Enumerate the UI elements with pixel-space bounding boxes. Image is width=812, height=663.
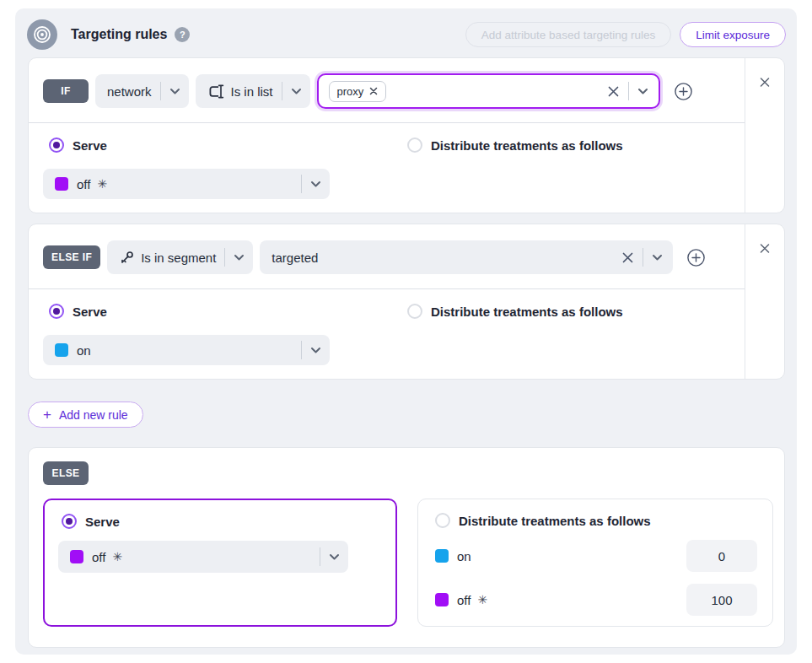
rule-card-elseif: ELSE IF Is in segment (28, 224, 785, 380)
matcher-value: Is in segment (141, 251, 216, 265)
treatment-color-swatch (55, 177, 68, 191)
string-type-icon (207, 84, 225, 99)
chip-label: proxy (337, 85, 364, 98)
treatment-color-swatch (435, 549, 449, 563)
divider (301, 175, 302, 193)
if-badge: IF (43, 79, 89, 103)
segment-value-field[interactable] (272, 251, 621, 265)
page-title: Targeting rules (71, 27, 167, 42)
add-condition-icon[interactable] (674, 82, 693, 101)
delete-rule-icon[interactable] (760, 243, 771, 254)
rule-side-column (745, 224, 784, 379)
divider (282, 82, 282, 100)
divider (320, 547, 320, 566)
chevron-down-icon (291, 88, 302, 95)
treatment-color-swatch (55, 343, 68, 357)
chevron-down-icon[interactable] (652, 254, 663, 261)
distribution-row: on (435, 540, 757, 572)
attribute-select[interactable]: network (95, 74, 189, 108)
default-treatment-icon: ✳ (97, 177, 107, 191)
treatment-color-swatch (70, 550, 83, 563)
else-badge: ELSE (43, 461, 89, 485)
chevron-down-icon (310, 347, 321, 354)
serve-options-row: Serve Distribute treatments as follows (49, 304, 734, 321)
distribution-percent-input[interactable] (686, 584, 757, 616)
matcher-select[interactable]: Is in segment (107, 240, 253, 274)
distribute-radio-option[interactable]: Distribute treatments as follows (407, 137, 623, 153)
divider (29, 288, 745, 289)
distribute-radio-option[interactable]: Distribute treatments as follows (435, 513, 651, 528)
default-distribute-panel[interactable]: Distribute treatments as follows on off … (417, 499, 773, 627)
target-icon (27, 19, 57, 50)
plus-icon: + (43, 407, 51, 422)
divider (301, 341, 302, 359)
chevron-down-icon[interactable] (637, 88, 648, 95)
rule-side-column (745, 58, 784, 213)
distribution-percent-input[interactable] (686, 540, 757, 572)
divider (643, 248, 643, 267)
add-condition-icon[interactable] (686, 248, 706, 267)
attribute-value: network (107, 84, 152, 99)
chevron-down-icon (169, 88, 180, 95)
treatment-select[interactable]: on (43, 335, 330, 365)
chevron-down-icon (329, 553, 340, 561)
default-treatment-icon: ✳ (477, 593, 487, 606)
clear-values-icon[interactable] (607, 85, 620, 98)
condition-row: ELSE IF Is in segment (43, 240, 706, 275)
treatment-select[interactable]: off ✳ (58, 541, 348, 573)
radio-unselected[interactable] (435, 513, 450, 528)
divider (224, 248, 225, 267)
section-header: Targeting rules ? Add attribute based ta… (27, 19, 786, 50)
radio-selected[interactable] (49, 137, 64, 153)
serve-radio-option[interactable]: Serve (49, 137, 107, 153)
distribute-radio-option[interactable]: Distribute treatments as follows (407, 304, 623, 319)
elseif-badge: ELSE IF (43, 245, 100, 269)
rule-card-if: IF network Is in list (28, 57, 785, 213)
radio-unselected[interactable] (407, 304, 422, 319)
serve-options-row: Serve Distribute treatments as follows (49, 137, 734, 154)
divider (160, 82, 161, 100)
matcher-value: Is in list (231, 84, 273, 99)
key-icon (119, 250, 135, 266)
chevron-down-icon (234, 254, 245, 261)
add-new-rule-button[interactable]: + Add new rule (28, 402, 143, 428)
serve-radio-option[interactable]: Serve (49, 304, 107, 319)
value-multiselect-input[interactable]: proxy (317, 73, 660, 109)
default-rule-card: ELSE Serve off ✳ Distribu (28, 447, 785, 648)
default-serve-panel[interactable]: Serve off ✳ (43, 499, 397, 627)
chevron-down-icon (310, 181, 321, 188)
divider (29, 122, 745, 123)
clear-values-icon[interactable] (621, 251, 634, 264)
condition-row: IF network Is in list (43, 73, 693, 109)
value-chip: proxy (329, 81, 387, 102)
chip-remove-icon[interactable] (369, 87, 378, 95)
divider (628, 82, 629, 100)
targeting-rules-section: Targeting rules ? Add attribute based ta… (15, 8, 797, 655)
matcher-select[interactable]: Is in list (196, 74, 310, 108)
default-treatment-icon: ✳ (112, 550, 122, 563)
radio-selected[interactable] (62, 514, 77, 529)
add-attribute-rules-button[interactable]: Add attribute based targeting rules (465, 22, 671, 47)
treatment-color-swatch (435, 593, 449, 606)
delete-rule-icon[interactable] (760, 77, 771, 88)
distribution-row: off ✳ (435, 584, 757, 616)
limit-exposure-button[interactable]: Limit exposure (680, 22, 786, 47)
treatment-select[interactable]: off ✳ (43, 169, 330, 199)
radio-unselected[interactable] (407, 137, 422, 153)
radio-selected[interactable] (49, 304, 64, 319)
segment-input[interactable] (260, 240, 673, 274)
help-icon[interactable]: ? (175, 27, 190, 42)
serve-radio-option[interactable]: Serve (62, 514, 120, 529)
